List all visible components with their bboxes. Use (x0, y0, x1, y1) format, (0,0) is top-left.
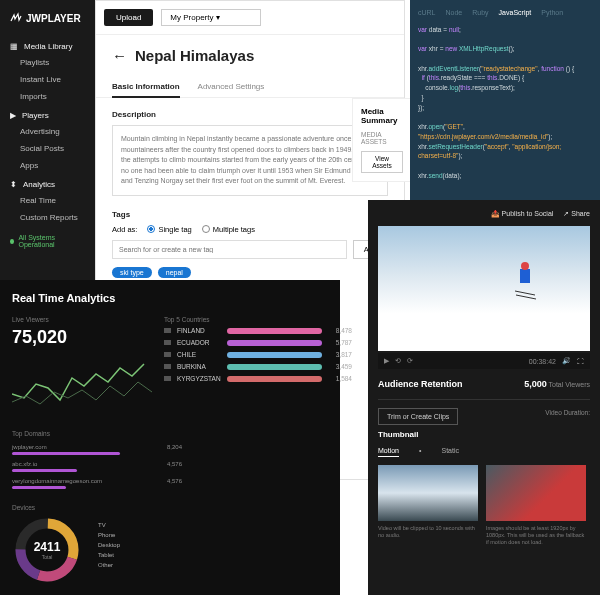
tab-basic[interactable]: Basic Information (112, 76, 180, 97)
summary-title: Media Summary (361, 107, 403, 125)
legend-item: Phone (98, 530, 120, 540)
tags-label: Tags (112, 210, 388, 219)
upload-button[interactable]: Upload (104, 9, 153, 26)
tab-node[interactable]: Node (446, 8, 463, 19)
description-label: Description (112, 110, 388, 119)
tab-static[interactable]: Static (441, 447, 459, 457)
country-row: KYRGYZSTAN1,584 (164, 375, 352, 382)
svg-rect-4 (520, 269, 530, 283)
code-body[interactable]: var data = null; var xhr = new XMLHttpRe… (418, 25, 592, 181)
player-controls[interactable]: ▶ ⟲ ⟳ 00:38:42 🔊 ⛶ (378, 353, 590, 369)
domains-label: Top Domains (12, 430, 182, 437)
page-title: ← Nepal Himalayas (96, 35, 404, 76)
tab-js[interactable]: JavaScript (499, 8, 532, 19)
description-textarea[interactable]: Mountain climbing in Nepal instantly bec… (112, 125, 388, 196)
tab-python[interactable]: Python (541, 8, 563, 19)
tab-advanced[interactable]: Advanced Settings (198, 76, 265, 97)
devices-label: Devices (12, 504, 82, 511)
tag-input[interactable] (112, 240, 347, 259)
rewind-icon[interactable]: ⟲ (395, 357, 401, 365)
back-arrow-icon[interactable]: ← (112, 47, 127, 64)
tabs: Basic Information Advanced Settings (96, 76, 404, 98)
domain-row: jwplayer.com8,204 (12, 441, 182, 458)
live-viewers-value: 75,020 (12, 327, 152, 348)
nav-media-library[interactable]: ▦Media Library (0, 36, 95, 54)
video-panel: 📤 Publish to Social ↗ Share ▶ ⟲ ⟳ 00:38:… (368, 200, 600, 595)
thumbnail-motion[interactable]: Video will be clipped to 10 seconds with… (378, 465, 478, 546)
legend-item: Desktop (98, 540, 120, 550)
domain-row: abc.xfz.io4,576 (12, 458, 182, 475)
country-row: ECUADOR5,787 (164, 339, 352, 346)
nav-players[interactable]: ▶Players (0, 105, 95, 123)
nav-instant-live[interactable]: Instant Live (0, 71, 95, 88)
tag-mode-row: Add as: Single tag Multiple tags (112, 225, 388, 234)
legend-item: TV (98, 520, 120, 530)
country-row: FINLAND8,478 (164, 327, 352, 334)
devices-legend: TVPhoneDesktopTabletOther (98, 520, 120, 570)
domain-row: verylongdomainnamegoeson.com4,576 (12, 475, 182, 492)
devices-donut: 2411Total (12, 515, 82, 585)
volume-icon[interactable]: 🔊 (562, 357, 571, 365)
tab-motion[interactable]: Motion (378, 447, 399, 457)
thumbnail-title: Thumbnail (378, 430, 590, 439)
analytics-panel: Real Time Analytics Live Viewers 75,020 … (0, 280, 340, 595)
nav-analytics[interactable]: ⬍Analytics (0, 174, 95, 192)
viewer-count: 5,000 Total Viewers (524, 379, 590, 389)
nav-custom[interactable]: Custom Reports (0, 209, 95, 226)
sidebar: JWPLAYER ▦Media Library Playlists Instan… (0, 0, 95, 310)
live-viewers-label: Live Viewers (12, 316, 152, 323)
svg-line-6 (515, 291, 535, 295)
nav-apps[interactable]: Apps (0, 157, 95, 174)
countries-label: Top 5 Countries (164, 316, 352, 323)
media-summary: Media Summary MEDIA ASSETS View Assets (352, 98, 412, 182)
tag-chips: ski type nepal (112, 267, 388, 278)
code-lang-tabs: cURL Node Ruby JavaScript Python (418, 8, 592, 19)
chip[interactable]: nepal (158, 267, 191, 278)
thumbnail-static[interactable]: Images should be at least 1920px by 1080… (486, 465, 586, 546)
trim-button[interactable]: Trim or Create Clips (378, 408, 458, 425)
svg-point-5 (521, 262, 529, 270)
live-sparkline (12, 354, 152, 414)
nav-realtime[interactable]: Real Time (0, 192, 95, 209)
tab-ruby[interactable]: Ruby (472, 8, 488, 19)
thumb-note: Images should be at least 1920px by 1080… (486, 525, 586, 546)
timecode: 00:38:42 (529, 358, 556, 365)
property-dropdown[interactable]: My Property ▾ (161, 9, 261, 26)
analytics-title: Real Time Analytics (12, 292, 328, 304)
play-icon[interactable]: ▶ (384, 357, 389, 365)
share-button[interactable]: ↗ Share (563, 210, 590, 218)
topbar: Upload My Property ▾ (96, 1, 404, 35)
radio-single[interactable]: Single tag (147, 225, 191, 234)
svg-line-7 (516, 295, 536, 299)
thumb-note: Video will be clipped to 10 seconds with… (378, 525, 478, 539)
fullscreen-icon[interactable]: ⛶ (577, 358, 584, 365)
radio-multi[interactable]: Multiple tags (202, 225, 255, 234)
legend-item: Other (98, 560, 120, 570)
system-status: All Systems Operational (0, 226, 95, 256)
publish-button[interactable]: 📤 Publish to Social (491, 210, 554, 218)
code-panel: cURL Node Ruby JavaScript Python var dat… (410, 0, 600, 210)
country-row: BURKINA3,459 (164, 363, 352, 370)
retention-title: Audience Retention (378, 379, 463, 389)
nav-imports[interactable]: Imports (0, 88, 95, 105)
country-row: CHILE3,817 (164, 351, 352, 358)
forward-icon[interactable]: ⟳ (407, 357, 413, 365)
legend-item: Tablet (98, 550, 120, 560)
nav-playlists[interactable]: Playlists (0, 54, 95, 71)
nav-social[interactable]: Social Posts (0, 140, 95, 157)
video-player[interactable] (378, 226, 590, 351)
nav-advertising[interactable]: Advertising (0, 123, 95, 140)
tab-curl[interactable]: cURL (418, 8, 436, 19)
brand-logo: JWPLAYER (0, 8, 95, 28)
view-assets-button[interactable]: View Assets (361, 151, 403, 173)
summary-assets-label: MEDIA ASSETS (361, 131, 403, 145)
chip[interactable]: ski type (112, 267, 152, 278)
